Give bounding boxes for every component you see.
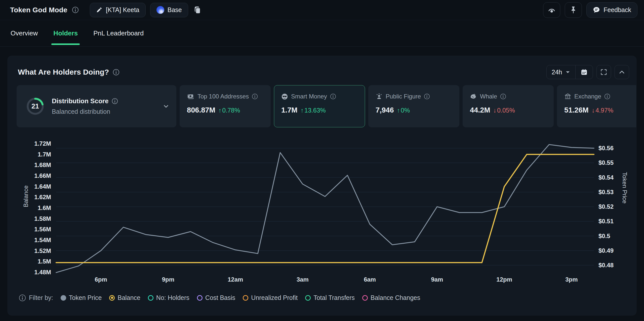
legend-item-balance[interactable]: Balance xyxy=(109,294,140,301)
trend-arrow-icon: ↑ xyxy=(218,107,222,114)
trend-arrow-icon: ↓ xyxy=(592,107,595,114)
legend-prefix-label: Filter by: xyxy=(29,294,53,301)
stat-label: Whale xyxy=(480,93,497,100)
stat-card-exchange[interactable]: Exchange 51.26M ↓4.97% xyxy=(557,85,636,127)
svg-text:$0.52: $0.52 xyxy=(598,203,614,210)
timeframe-dropdown[interactable]: 24h xyxy=(547,65,575,79)
tab-pnl-leaderboard[interactable]: PnL Leaderboard xyxy=(93,20,144,47)
eye-icon xyxy=(547,6,556,14)
distribution-score-value: 21 xyxy=(25,96,45,116)
svg-text:9am: 9am xyxy=(431,276,443,283)
page-title: Token God Mode xyxy=(10,6,67,14)
svg-text:1.66M: 1.66M xyxy=(34,172,51,179)
stat-delta: ↑0% xyxy=(397,107,410,114)
balance-marker xyxy=(109,295,115,301)
balance-changes-marker xyxy=(362,295,368,301)
svg-text:9pm: 9pm xyxy=(162,276,174,283)
chevron-up-icon xyxy=(618,69,625,76)
feedback-button[interactable]: Feedback xyxy=(586,2,637,18)
distribution-score-ring: 21 xyxy=(25,96,45,116)
whale-icon xyxy=(470,93,477,100)
svg-text:1.48M: 1.48M xyxy=(34,269,51,276)
token-price-marker xyxy=(61,295,66,301)
info-icon[interactable] xyxy=(112,98,118,104)
info-icon[interactable] xyxy=(330,93,336,99)
stat-card-public-figure[interactable]: Public Figure 7,946 ↑0% xyxy=(368,85,459,127)
svg-text:6pm: 6pm xyxy=(95,276,107,283)
stat-card-whale[interactable]: Whale 44.2M ↓0.05% xyxy=(463,85,554,127)
legend-item-cost-basis[interactable]: Cost Basis xyxy=(197,294,235,301)
trend-arrow-icon: ↓ xyxy=(493,107,497,114)
unrealized-profit-marker xyxy=(243,295,248,301)
pin-icon xyxy=(569,6,577,14)
stat-value: 44.2M xyxy=(470,106,490,114)
pin-button[interactable] xyxy=(565,2,582,18)
stat-delta: ↓4.97% xyxy=(592,107,613,114)
stat-value: 806.87M xyxy=(187,106,215,114)
svg-text:$0.56: $0.56 xyxy=(598,145,614,151)
legend-item-no-holders[interactable]: No: Holders xyxy=(148,294,189,301)
edit-pencil-icon xyxy=(96,7,103,13)
stat-value: 1.7M xyxy=(281,106,297,114)
watchlist-eye-button[interactable] xyxy=(543,2,560,18)
stat-label: Smart Money xyxy=(291,93,327,100)
stat-value: 7,946 xyxy=(376,106,394,114)
fullscreen-icon xyxy=(600,69,607,76)
collapse-panel-button[interactable] xyxy=(615,65,629,79)
holders-activity-panel: What Are Holders Doing? 24h xyxy=(8,56,636,315)
info-icon[interactable] xyxy=(19,294,26,301)
legend-item-token-price[interactable]: Token Price xyxy=(61,294,102,301)
svg-text:12am: 12am xyxy=(228,276,243,283)
no-holders-marker xyxy=(148,295,153,301)
public-figure-icon xyxy=(376,93,383,100)
svg-text:1.62M: 1.62M xyxy=(34,194,51,200)
svg-text:$0.48: $0.48 xyxy=(598,262,614,269)
fullscreen-button[interactable] xyxy=(596,65,611,79)
legend-item-unrealized-profit[interactable]: Unrealized Profit xyxy=(243,294,298,301)
legend-item-total-transfers[interactable]: Total Transfers xyxy=(305,294,355,301)
info-icon[interactable] xyxy=(500,93,506,99)
y-axis-title-balance: Balance xyxy=(22,185,29,207)
svg-text:1.7M: 1.7M xyxy=(38,151,51,158)
info-icon[interactable] xyxy=(113,69,119,76)
distribution-score-subtitle: Balanced distribution xyxy=(52,108,118,115)
feedback-label: Feedback xyxy=(603,6,631,14)
svg-text:1.64M: 1.64M xyxy=(34,183,51,190)
calendar-button[interactable] xyxy=(576,65,593,79)
svg-text:6am: 6am xyxy=(364,276,376,283)
section-tabbar: Overview Holders PnL Leaderboard xyxy=(0,20,644,47)
stat-value: 51.26M xyxy=(564,106,589,114)
tab-overview[interactable]: Overview xyxy=(10,20,38,47)
svg-text:1.6M: 1.6M xyxy=(38,204,51,211)
chain-selector-button[interactable]: Base xyxy=(150,3,188,17)
svg-text:3am: 3am xyxy=(297,276,309,283)
svg-text:$0.49: $0.49 xyxy=(598,247,614,254)
legend-item-balance-changes[interactable]: Balance Changes xyxy=(362,294,420,301)
token-name: [KTA] Keeta xyxy=(106,6,139,14)
info-icon[interactable] xyxy=(604,93,610,99)
stat-delta: ↑13.63% xyxy=(300,107,326,114)
svg-text:$0.54: $0.54 xyxy=(598,174,614,181)
copy-address-icon[interactable] xyxy=(193,6,201,14)
stat-label: Public Figure xyxy=(386,93,421,100)
stat-card-top-100-addresses[interactable]: Top 100 Addresses 806.87M ↑0.78% xyxy=(180,85,271,127)
svg-text:$0.53: $0.53 xyxy=(598,189,614,195)
chevron-down-icon xyxy=(565,70,570,74)
info-icon[interactable] xyxy=(424,93,430,99)
info-icon[interactable] xyxy=(252,93,258,99)
panel-title: What Are Holders Doing? xyxy=(18,68,109,76)
stat-card-smart-money[interactable]: Smart Money 1.7M ↑13.63% xyxy=(274,85,365,127)
timeframe-control: 24h xyxy=(546,65,593,79)
info-icon[interactable] xyxy=(72,7,79,13)
svg-text:$0.55: $0.55 xyxy=(598,159,614,166)
y-axis-title-token-price: Token Price xyxy=(621,172,628,203)
distribution-score-card[interactable]: 21 Distribution Score Balanced distribut… xyxy=(17,85,176,127)
tab-holders[interactable]: Holders xyxy=(53,20,78,47)
chevron-down-icon[interactable] xyxy=(163,103,169,110)
stat-delta: ↑0.78% xyxy=(218,107,240,114)
stat-label: Exchange xyxy=(574,93,601,100)
token-selector-button[interactable]: [KTA] Keeta xyxy=(90,3,146,17)
holders-line-chart[interactable]: 1.72M1.7M1.68M1.66M1.64M1.62M1.6M1.58M1.… xyxy=(8,131,637,287)
stat-delta: ↓0.05% xyxy=(493,107,515,114)
chart-filter-legend: Filter by: Token Price Balance No: Holde… xyxy=(19,294,629,301)
